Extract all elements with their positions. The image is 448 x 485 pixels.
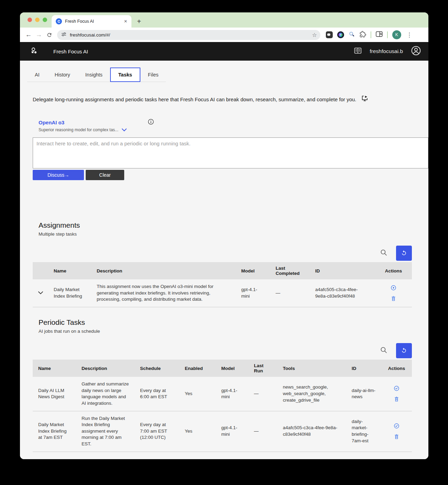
minimize-window-button[interactable] [35, 18, 40, 22]
forward-icon[interactable]: → [34, 30, 44, 40]
periodic-tasks-subtitle: AI jobs that run on a schedule [39, 329, 100, 334]
expand-column-header [33, 262, 48, 279]
task-name: Daily Market Index Briefing at 7am EST [33, 411, 76, 452]
window-controls [28, 18, 47, 22]
assignment-model: gpt-4.1-mini [236, 279, 270, 307]
new-tab-button[interactable]: + [134, 17, 144, 26]
column-header: Tools [277, 360, 346, 377]
assignments-table: Name Description Model Last Completed ID… [33, 262, 412, 307]
reading-list-icon[interactable] [354, 48, 362, 55]
reload-icon[interactable] [44, 30, 54, 40]
validate-task-icon[interactable] [394, 385, 399, 391]
extensions-puzzle-icon[interactable] [360, 31, 366, 39]
assignment-description: This assignment now uses the OpenAI o3-m… [91, 279, 236, 307]
refresh-button[interactable] [396, 343, 412, 358]
extension-icon[interactable] [349, 31, 355, 39]
periodic-tasks-table: Name Description Schedule Enabled Model … [33, 360, 412, 452]
tab-close-icon[interactable]: ✕ [124, 19, 127, 24]
app-header: Fresh Focus AI freshfocusai.b [20, 42, 428, 61]
column-header: Schedule [135, 360, 179, 377]
maximize-window-button[interactable] [43, 18, 47, 22]
back-icon[interactable]: ← [23, 30, 34, 40]
extension-icon[interactable] [326, 31, 333, 38]
toolbar-divider [371, 31, 371, 38]
periodic-header-row: Name Description Schedule Enabled Model … [33, 360, 412, 377]
chevron-down-icon[interactable] [122, 127, 127, 133]
column-header: Model [236, 262, 270, 279]
extension-icon[interactable]: ✳ [337, 31, 344, 38]
task-id: daily-market-briefing-7am-est [346, 411, 381, 452]
column-header: Name [33, 360, 76, 377]
page-description: Delegate long-running assignments and pe… [33, 96, 356, 102]
task-input[interactable] [33, 137, 428, 168]
task-model: gpt-4.1-mini [216, 411, 248, 452]
search-icon[interactable] [380, 249, 387, 257]
tab-files[interactable]: Files [140, 68, 166, 82]
column-header: Enabled [179, 360, 216, 377]
present-screen-icon[interactable] [361, 95, 368, 103]
run-assignment-icon[interactable] [391, 285, 396, 291]
url-text[interactable]: freshfocusai.com/#/ [70, 32, 309, 38]
browser-menu-icon[interactable]: ⋮ [406, 31, 413, 39]
tab-insights[interactable]: Insights [78, 68, 110, 82]
model-selector[interactable]: OpenAI o3 Superior reasoning model for c… [39, 120, 183, 133]
delete-task-icon[interactable] [394, 434, 399, 440]
task-tools: news_search_google, web_search_google, c… [277, 377, 346, 411]
assignment-row: Daily Market Index Briefing This assignm… [33, 279, 412, 307]
tab-tasks[interactable]: Tasks [110, 68, 140, 82]
column-header: Last Run [248, 360, 277, 377]
column-header: Name [48, 262, 91, 279]
account-circle-icon[interactable] [411, 46, 421, 57]
delete-task-icon[interactable] [394, 396, 399, 402]
discuss-button[interactable]: Discuss→ [33, 170, 84, 180]
search-icon[interactable] [380, 347, 387, 355]
task-schedule: Every day at 7:00 am EST (12:00 UTC) [135, 411, 179, 452]
toolbar-divider [387, 31, 388, 38]
info-icon[interactable] [148, 119, 154, 126]
close-window-button[interactable] [28, 18, 32, 22]
task-model: gpt-4.1-mini [216, 377, 248, 411]
task-tools: a4afc505-c3ca-4fee-9e8a-c83e9cf40f48 [277, 411, 346, 452]
periodic-task-row: Daily AI LLM News Digest Gather and summ… [33, 377, 412, 411]
delete-assignment-icon[interactable] [391, 296, 396, 301]
task-description: Run the Daily Market Index Briefing assi… [76, 411, 135, 452]
column-header: Description [76, 360, 135, 377]
browser-window: Fresh Focus AI ✕ + ← → freshfocusai.com/… [20, 12, 428, 459]
url-bar[interactable]: freshfocusai.com/#/ ☆ [57, 30, 320, 40]
task-id: daily-ai-llm-news [346, 377, 381, 411]
site-favicon-icon [56, 18, 62, 24]
column-header: ID [310, 262, 375, 279]
assignment-last-completed: — [270, 279, 310, 307]
assignment-id: a4afc505-c3ca-4fee-9e8a-c83e9cf40f48 [310, 279, 375, 307]
column-header: Actions [375, 262, 412, 279]
clear-button[interactable]: Clear [86, 170, 124, 180]
site-settings-icon[interactable] [61, 32, 66, 38]
column-header: Last Completed [270, 262, 310, 279]
toolbar-extensions: ✳ K ⋮ [326, 30, 413, 39]
app-logo-icon [30, 47, 38, 56]
refresh-button[interactable] [396, 246, 412, 261]
tab-ai[interactable]: AI [27, 68, 47, 82]
tab-history[interactable]: History [47, 68, 78, 82]
browser-tab-title: Fresh Focus AI [65, 19, 121, 24]
browser-tab[interactable]: Fresh Focus AI ✕ [52, 15, 131, 28]
account-name[interactable]: freshfocusai.b [370, 48, 403, 54]
task-last-run: — [248, 411, 277, 452]
page-tabs: AI History Insights Tasks Files [27, 68, 166, 82]
browser-toolbar: ← → freshfocusai.com/#/ ☆ ✳ [20, 28, 428, 42]
browser-profile-avatar[interactable]: K [392, 30, 401, 39]
column-header: Actions [381, 360, 412, 377]
browser-tab-strip: Fresh Focus AI ✕ + [20, 12, 428, 28]
task-enabled: Yes [179, 377, 216, 411]
validate-task-icon[interactable] [394, 423, 399, 429]
column-header: ID [346, 360, 381, 377]
periodic-task-row: Daily Market Index Briefing at 7am EST R… [33, 411, 412, 452]
side-panel-icon[interactable] [376, 31, 383, 39]
task-enabled: Yes [179, 411, 216, 452]
model-name[interactable]: OpenAI o3 [39, 120, 183, 125]
expand-row-chevron-icon[interactable] [33, 279, 48, 307]
assignment-name: Daily Market Index Briefing [48, 279, 91, 307]
assignments-subtitle: Multiple step tasks [39, 231, 80, 237]
bookmark-star-icon[interactable]: ☆ [312, 32, 318, 38]
model-description: Superior reasoning model for complex tas… [39, 127, 118, 132]
